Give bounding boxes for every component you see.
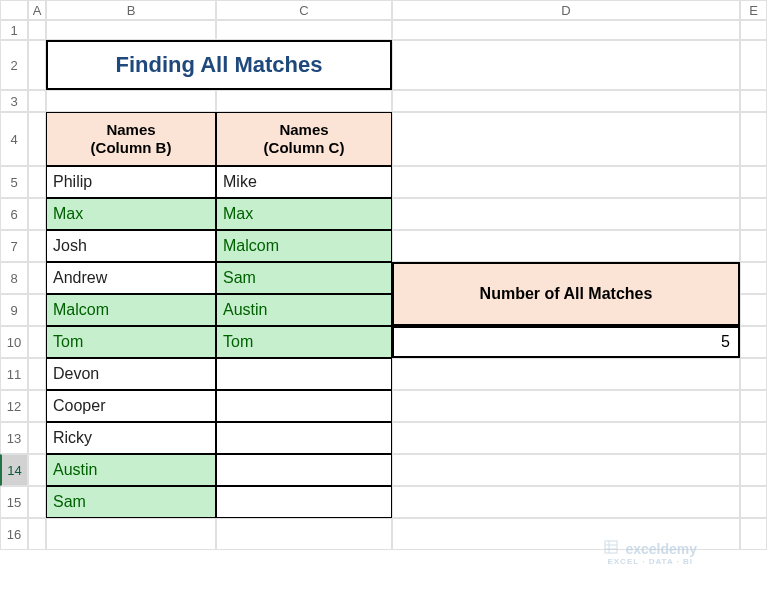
cell-e16[interactable]	[740, 518, 767, 550]
row-header-13[interactable]: 13	[0, 422, 28, 454]
data-c-1[interactable]: Max	[216, 198, 392, 230]
cell-a11[interactable]	[28, 358, 46, 390]
data-b-3[interactable]: Andrew	[46, 262, 216, 294]
cell-e11[interactable]	[740, 358, 767, 390]
cell-a2[interactable]	[28, 40, 46, 90]
cell-d2[interactable]	[392, 40, 740, 90]
data-c-0[interactable]: Mike	[216, 166, 392, 198]
cell-a16[interactable]	[28, 518, 46, 550]
cell-e1[interactable]	[740, 20, 767, 40]
row-header-2[interactable]: 2	[0, 40, 28, 90]
data-b-1[interactable]: Max	[46, 198, 216, 230]
data-c-6[interactable]	[216, 358, 392, 390]
data-c-4[interactable]: Austin	[216, 294, 392, 326]
cell-d3[interactable]	[392, 90, 740, 112]
row-header-10[interactable]: 10	[0, 326, 28, 358]
select-all-corner[interactable]	[0, 0, 28, 20]
cell-e2[interactable]	[740, 40, 767, 90]
row-header-7[interactable]: 7	[0, 230, 28, 262]
table-header-c[interactable]: Names (Column C)	[216, 112, 392, 166]
data-b-2[interactable]: Josh	[46, 230, 216, 262]
col-header-c[interactable]: C	[216, 0, 392, 20]
data-b-5[interactable]: Tom	[46, 326, 216, 358]
cell-d5[interactable]	[392, 166, 740, 198]
row-header-5[interactable]: 5	[0, 166, 28, 198]
cell-e5[interactable]	[740, 166, 767, 198]
cell-d13[interactable]	[392, 422, 740, 454]
data-c-2[interactable]: Malcom	[216, 230, 392, 262]
row-header-4[interactable]: 4	[0, 112, 28, 166]
cell-d7[interactable]	[392, 230, 740, 262]
data-c-10[interactable]	[216, 486, 392, 518]
watermark: exceldemy EXCEL · DATA · BI	[604, 540, 698, 566]
cell-d12[interactable]	[392, 390, 740, 422]
data-b-8[interactable]: Ricky	[46, 422, 216, 454]
row-header-8[interactable]: 8	[0, 262, 28, 294]
row-header-16[interactable]: 16	[0, 518, 28, 550]
data-b-9[interactable]: Austin	[46, 454, 216, 486]
row-header-14[interactable]: 14	[0, 454, 28, 486]
cell-e9[interactable]	[740, 294, 767, 326]
data-b-6[interactable]: Devon	[46, 358, 216, 390]
col-header-d[interactable]: D	[392, 0, 740, 20]
cell-a6[interactable]	[28, 198, 46, 230]
row-header-1[interactable]: 1	[0, 20, 28, 40]
cell-d11[interactable]	[392, 358, 740, 390]
cell-a9[interactable]	[28, 294, 46, 326]
cell-b16[interactable]	[46, 518, 216, 550]
cell-a13[interactable]	[28, 422, 46, 454]
data-b-7[interactable]: Cooper	[46, 390, 216, 422]
cell-e14[interactable]	[740, 454, 767, 486]
cell-e13[interactable]	[740, 422, 767, 454]
cell-d14[interactable]	[392, 454, 740, 486]
cell-e3[interactable]	[740, 90, 767, 112]
cell-a4[interactable]	[28, 112, 46, 166]
cell-a7[interactable]	[28, 230, 46, 262]
cell-a8[interactable]	[28, 262, 46, 294]
cell-e15[interactable]	[740, 486, 767, 518]
cell-a15[interactable]	[28, 486, 46, 518]
cell-a12[interactable]	[28, 390, 46, 422]
col-header-b[interactable]: B	[46, 0, 216, 20]
cell-e10[interactable]	[740, 326, 767, 358]
cell-a5[interactable]	[28, 166, 46, 198]
col-header-e[interactable]: E	[740, 0, 767, 20]
cell-a10[interactable]	[28, 326, 46, 358]
cell-d6[interactable]	[392, 198, 740, 230]
data-c-9[interactable]	[216, 454, 392, 486]
cell-e7[interactable]	[740, 230, 767, 262]
data-b-10[interactable]: Sam	[46, 486, 216, 518]
cell-b1[interactable]	[46, 20, 216, 40]
cell-e4[interactable]	[740, 112, 767, 166]
cell-a14[interactable]	[28, 454, 46, 486]
cell-e12[interactable]	[740, 390, 767, 422]
col-header-a[interactable]: A	[28, 0, 46, 20]
cell-e8[interactable]	[740, 262, 767, 294]
cell-d4[interactable]	[392, 112, 740, 166]
row-header-3[interactable]: 3	[0, 90, 28, 112]
row-header-12[interactable]: 12	[0, 390, 28, 422]
cell-e6[interactable]	[740, 198, 767, 230]
data-b-0[interactable]: Philip	[46, 166, 216, 198]
row-header-6[interactable]: 6	[0, 198, 28, 230]
row-header-11[interactable]: 11	[0, 358, 28, 390]
table-header-b[interactable]: Names (Column B)	[46, 112, 216, 166]
data-c-7[interactable]	[216, 390, 392, 422]
matches-value[interactable]: 5	[392, 326, 740, 358]
row-header-15[interactable]: 15	[0, 486, 28, 518]
cell-c1[interactable]	[216, 20, 392, 40]
cell-d15[interactable]	[392, 486, 740, 518]
data-c-5[interactable]: Tom	[216, 326, 392, 358]
row-header-9[interactable]: 9	[0, 294, 28, 326]
cell-a3[interactable]	[28, 90, 46, 112]
data-c-3[interactable]: Sam	[216, 262, 392, 294]
matches-label[interactable]: Number of All Matches	[392, 262, 740, 326]
cell-c3[interactable]	[216, 90, 392, 112]
cell-d1[interactable]	[392, 20, 740, 40]
page-title[interactable]: Finding All Matches	[46, 40, 392, 90]
cell-c16[interactable]	[216, 518, 392, 550]
cell-a1[interactable]	[28, 20, 46, 40]
data-b-4[interactable]: Malcom	[46, 294, 216, 326]
cell-b3[interactable]	[46, 90, 216, 112]
data-c-8[interactable]	[216, 422, 392, 454]
